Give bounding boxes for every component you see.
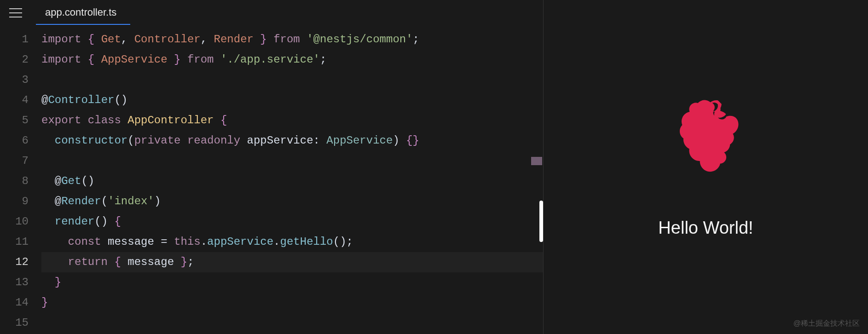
top-bar: app.controller.ts [0,0,543,26]
code-line: @Render('index') [41,191,543,212]
code-line: import { Get, Controller, Render } from … [41,29,543,50]
code-line: render() { [41,212,543,232]
editor-pane: app.controller.ts 1 2 3 4 5 6 7 8 9 10 1… [0,0,543,334]
line-number: 11 [0,232,29,252]
code-line: @Get() [41,171,543,191]
code-line: } [41,272,543,293]
line-number: 13 [0,272,29,293]
line-number: 5 [0,110,29,131]
line-number: 9 [0,191,29,212]
file-tab[interactable]: app.controller.ts [36,1,130,25]
code-line [41,70,543,90]
line-number: 4 [0,90,29,110]
line-number: 15 [0,313,29,333]
line-number: 3 [0,70,29,90]
code-line: } [41,293,543,313]
line-number: 10 [0,212,29,232]
code-editor[interactable]: 1 2 3 4 5 6 7 8 9 10 11 12 13 14 15 impo… [0,26,543,333]
code-line: const message = this.appService.getHello… [41,232,543,252]
line-number: 7 [0,151,29,171]
line-number: 8 [0,171,29,191]
minimap-scrollbar[interactable] [539,201,543,242]
code-line: @Controller() [41,90,543,110]
watermark-text: @稀土掘金技术社区 [793,319,860,328]
code-line [41,151,543,171]
code-line: export class AppController { [41,110,543,131]
code-content[interactable]: import { Get, Controller, Render } from … [41,29,543,333]
hamburger-menu-icon[interactable] [9,8,22,17]
minimap-marker [531,157,542,165]
preview-output-text: Hello World! [658,218,753,238]
line-number: 6 [0,131,29,151]
code-line: import { AppService } from './app.servic… [41,50,543,70]
nestjs-logo-icon [655,96,757,200]
minimap[interactable] [535,26,543,311]
code-line-current: return { message }; [41,252,543,272]
code-line: constructor(private readonly appService:… [41,131,543,151]
code-line [41,313,543,333]
line-number: 1 [0,29,29,50]
line-number: 2 [0,50,29,70]
line-number-gutter: 1 2 3 4 5 6 7 8 9 10 11 12 13 14 15 [0,29,41,333]
line-number-current: 12 [0,252,29,272]
line-number: 14 [0,293,29,313]
preview-pane: Hello World! @稀土掘金技术社区 [543,0,868,334]
